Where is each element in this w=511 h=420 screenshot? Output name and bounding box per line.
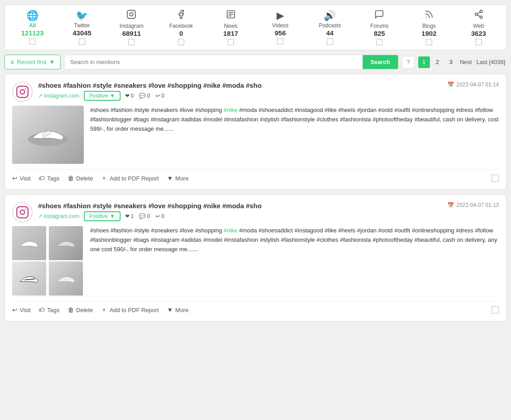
highlight-nike-1: #nike — [224, 107, 238, 113]
tags-icon-1: 🏷 — [39, 175, 45, 182]
sort-button[interactable]: ≡ Recent first ▼ — [4, 55, 61, 69]
twitter-icon: 🐦 — [76, 10, 88, 21]
source-check-web[interactable] — [476, 39, 482, 45]
source-label-twitter: Twitter — [74, 22, 90, 29]
source-domain-1: instagram.com — [44, 93, 79, 99]
post-images-2 — [12, 226, 84, 296]
source-item-instagram[interactable]: Instagram 68911 — [113, 9, 149, 45]
post-title-1: #shoes #fashion #style #sneakers #love #… — [38, 81, 442, 89]
source-label-web: Web — [473, 23, 484, 29]
delete-icon-1: 🗑 — [68, 175, 74, 182]
source-bar: 🌐 All 121123 🐦 Twitter 43045 Instagram 6… — [4, 4, 507, 50]
source-check-facebook[interactable] — [178, 39, 184, 45]
post-source-row-2: ↗ instagram.com Positive ▼ ❤ 1 💬 0 ↩ 0 — [38, 211, 442, 221]
source-check-twitter[interactable] — [79, 39, 85, 45]
add-pdf-button-1[interactable]: ＋ Add to PDF Report — [101, 174, 159, 182]
source-check-podcasts[interactable] — [327, 39, 333, 45]
source-count-instagram: 68911 — [122, 30, 141, 37]
page-1[interactable]: 1 — [418, 56, 430, 68]
tags-label-2: Tags — [47, 307, 59, 313]
source-item-facebook[interactable]: Facebook 0 — [163, 9, 199, 45]
page-2[interactable]: 2 — [432, 56, 443, 68]
calendar-icon-2: 📅 — [447, 202, 454, 208]
post-checkbox-1[interactable] — [492, 175, 499, 182]
post-source-link-2[interactable]: ↗ instagram.com — [38, 213, 79, 219]
source-count-blogs: 1902 — [421, 30, 436, 37]
post-date-2: 📅 2022-04-07 01:13 — [447, 202, 499, 208]
source-count-podcasts: 44 — [326, 29, 334, 37]
source-count-news: 1817 — [223, 30, 238, 37]
svg-rect-17 — [17, 207, 28, 218]
post-meta-1: #shoes #fashion #style #sneakers #love #… — [38, 81, 442, 101]
tags-button-2[interactable]: 🏷 Tags — [39, 306, 59, 313]
delete-button-1[interactable]: 🗑 Delete — [68, 175, 93, 182]
more-button-1[interactable]: ▼ More — [167, 175, 188, 182]
calendar-icon-1: 📅 — [447, 81, 454, 88]
sentiment-button-1[interactable]: Positive ▼ — [84, 91, 121, 101]
add-pdf-label-2: Add to PDF Report — [109, 307, 159, 313]
more-icon-2: ▼ — [167, 306, 173, 313]
share-icon: ↗ — [38, 93, 43, 99]
sentiment-chevron-2: ▼ — [110, 213, 115, 219]
sentiment-label-2: Positive — [89, 213, 108, 219]
add-pdf-label-1: Add to PDF Report — [109, 175, 159, 182]
visit-button-2[interactable]: ↩ Visit — [12, 306, 30, 313]
delete-button-2[interactable]: 🗑 Delete — [68, 306, 93, 313]
source-check-forums[interactable] — [376, 39, 382, 45]
more-button-2[interactable]: ▼ More — [167, 306, 188, 313]
svg-point-1 — [130, 13, 133, 16]
next-page-link[interactable]: Next — [459, 59, 473, 65]
source-check-all[interactable] — [29, 39, 35, 45]
source-check-blogs[interactable] — [426, 39, 432, 45]
add-pdf-button-2[interactable]: ＋ Add to PDF Report — [101, 306, 159, 314]
source-item-twitter[interactable]: 🐦 Twitter 43045 — [64, 10, 100, 45]
source-item-forums[interactable]: Forums 825 — [361, 9, 397, 45]
page-3[interactable]: 3 — [445, 56, 457, 68]
tags-button-1[interactable]: 🏷 Tags — [39, 175, 59, 182]
source-label-videos: Videos — [272, 22, 288, 29]
help-button[interactable]: ? — [402, 56, 415, 69]
videos-icon: ▶ — [277, 10, 284, 21]
post-checkbox-2[interactable] — [492, 306, 499, 313]
more-label-1: More — [175, 175, 189, 182]
post-thumb-2-1 — [12, 226, 46, 260]
post-body-1: #shoes #fashion #style #sneakers #love #… — [12, 106, 499, 164]
highlight-nike-2: #nike — [224, 227, 238, 234]
search-button[interactable]: Search — [363, 55, 398, 69]
more-label-2: More — [175, 307, 189, 313]
sentiment-button-2[interactable]: Positive ▼ — [84, 211, 121, 221]
source-item-web[interactable]: Web 3623 — [461, 9, 497, 45]
search-input[interactable] — [65, 55, 362, 69]
source-count-web: 3623 — [471, 30, 486, 37]
sentiment-label-1: Positive — [89, 93, 108, 99]
post-thumb-2-4 — [49, 261, 83, 296]
visit-button-1[interactable]: ↩ Visit — [12, 175, 30, 182]
source-item-videos[interactable]: ▶ Videos 956 — [262, 10, 298, 45]
source-check-videos[interactable] — [277, 39, 283, 45]
svg-rect-0 — [127, 10, 135, 18]
shares-stat-2: ↩ 0 — [156, 213, 165, 219]
source-item-podcasts[interactable]: 🔊 Podcasts 44 — [312, 10, 348, 45]
svg-point-7 — [426, 17, 427, 18]
post-source-link-1[interactable]: ↗ instagram.com — [38, 93, 79, 99]
add-pdf-icon-1: ＋ — [101, 174, 107, 182]
post-title-2: #shoes #fashion #style #sneakers #love #… — [38, 202, 442, 210]
source-check-instagram[interactable] — [128, 39, 134, 45]
news-icon — [226, 9, 236, 22]
delete-label-1: Delete — [76, 175, 93, 182]
post-date-1: 📅 2022-04-07 01:14 — [447, 81, 499, 88]
last-page-link[interactable]: Last [4038] — [475, 59, 507, 65]
source-item-news[interactable]: News 1817 — [213, 9, 249, 45]
search-wrap: Search — [64, 55, 398, 69]
pagination: 1 2 3 Next Last [4038] — [418, 56, 507, 68]
source-item-blogs[interactable]: Blogs 1902 — [411, 9, 447, 45]
source-label-news: News — [224, 23, 238, 29]
source-item-all[interactable]: 🌐 All 121123 — [14, 10, 50, 45]
post-card-1: #shoes #fashion #style #sneakers #love #… — [4, 74, 507, 190]
forums-icon — [374, 9, 384, 22]
source-domain-2: instagram.com — [44, 213, 79, 219]
blogs-icon — [424, 9, 434, 22]
source-check-news[interactable] — [228, 39, 234, 45]
sort-icon: ≡ — [10, 58, 14, 66]
shares-stat-1: ↩ 0 — [156, 93, 165, 99]
